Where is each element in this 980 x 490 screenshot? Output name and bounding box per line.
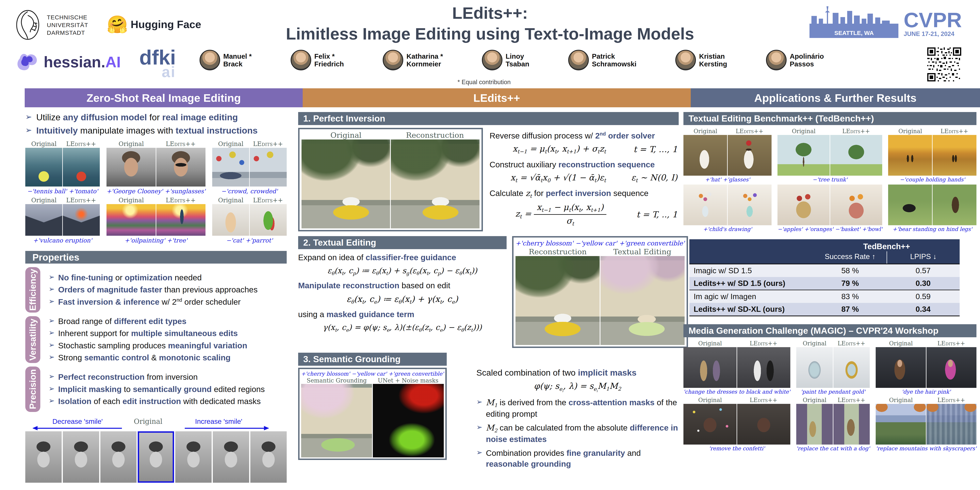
- edit-caption: +'child's drawing': [683, 226, 772, 232]
- face-photo-original: [138, 431, 174, 483]
- bullet-item: ➢Stochastic sampling produces meaningful…: [49, 340, 287, 351]
- author: PatrickSchramowski: [568, 50, 636, 70]
- author-last: Kersting: [699, 60, 727, 68]
- original-photo: [876, 347, 926, 388]
- bullet-text: Fast inversion & inference w/ 2nd order …: [58, 297, 241, 307]
- original-label: Original: [212, 197, 249, 204]
- reconstruction-photo: [515, 256, 600, 345]
- reconstruction-label: Reconstruction: [515, 247, 600, 256]
- bullet-text: No fine-tuning or optimization needed: [58, 272, 202, 283]
- example-pair: OriginalLEdits++ −'cat' +'parrot': [212, 197, 287, 246]
- edited-photo: [156, 148, 205, 186]
- section-2: 2. Textual Editing Expand on idea of cla…: [298, 236, 679, 348]
- original-photo: [888, 185, 932, 225]
- equation: εθ(xt, ce) ≔ εθ(xt) + γ(xt, ce): [298, 294, 507, 305]
- fraction-lhs: zt =: [515, 209, 531, 218]
- author-last: Tsaban: [506, 60, 529, 68]
- section-1-header: 1. Perfect Inversion: [298, 112, 679, 125]
- cvpr-location: SEATTLE, WA: [834, 30, 874, 37]
- bullet-item: ➢Isolation of each edit instruction with…: [49, 396, 287, 407]
- bullet-text: Inherent support for multiple simultaneo…: [58, 328, 238, 339]
- bullet-item: ➢M1 is derived from the cross-attention …: [476, 397, 679, 420]
- increase-smile-label: Increase 'smile': [166, 417, 271, 425]
- bullet-text: M2 can be calculated from the absolute d…: [486, 422, 678, 445]
- author: Katharina *Kornmeier: [383, 50, 443, 70]
- example-pair: OriginalLEdits++ 'replace mountains with…: [876, 397, 977, 453]
- edit-caption: −'crowd, crowded': [212, 188, 287, 195]
- bullet-item: ➢Fast inversion & inference w/ 2nd order…: [49, 297, 287, 307]
- text-line: Scaled combination of two implicit masks: [476, 367, 679, 379]
- seattle-skyline-icon: SEATTLE, WA: [810, 4, 899, 38]
- section-1-equations: Reverse diffusion process w/ 2nd order s…: [490, 128, 679, 231]
- edited-photo: [834, 404, 870, 445]
- original-photo: [302, 140, 390, 228]
- original-label: Original: [107, 140, 156, 147]
- band-ledits: LEdits++: [303, 88, 691, 107]
- ledits-label: LEdits++: [830, 128, 882, 135]
- method-cell: Ledits++ w/ SD-XL (ours): [689, 303, 814, 315]
- bullet-item: ➢Intuitively manipulate images with text…: [25, 125, 287, 137]
- hessian-blob-icon: [15, 51, 40, 73]
- table-header: TedBench++ Success Rate ↑ LPIPS ↓: [689, 239, 960, 264]
- original-photo: [888, 135, 932, 176]
- arrow-bullet-icon: ➢: [25, 111, 32, 123]
- author-name: Manuel *Brack: [223, 52, 252, 68]
- section-2-header: 2. Textual Editing: [298, 236, 507, 249]
- section-2-text: 2. Textual Editing Expand on idea of cla…: [298, 236, 507, 348]
- properties-header: Properties: [25, 251, 287, 264]
- arrow-bullet-icon: ➢: [49, 272, 54, 283]
- success-rate-cell: 58 %: [814, 264, 886, 277]
- edited-photo: [926, 404, 977, 445]
- arrow-bullet-icon: ➢: [49, 297, 54, 307]
- decrease-arrow-icon: [33, 428, 122, 429]
- avatar: [675, 50, 696, 70]
- hessian-ai-wordmark: hessian.AI: [44, 53, 121, 71]
- reconstruction-photo: [391, 140, 479, 228]
- equation-condition: t = T, .., 1: [631, 210, 677, 219]
- method-cell: Ledits++ w/ SD 1.5 (ours): [689, 277, 814, 290]
- smile-labels: Decrease 'smile' Original Increase 'smil…: [25, 417, 287, 425]
- edit-caption: 'paint the pendant gold': [796, 389, 870, 395]
- author-last: Schramowski: [592, 60, 636, 68]
- tedbench-header: Textual Editing Benchmark++ (TedBench++): [683, 112, 977, 125]
- avatar: [383, 50, 403, 70]
- tu-line-1: TECHNISCHE: [47, 13, 88, 21]
- original-photo: [683, 347, 737, 388]
- author-name: Felix *Friedrich: [314, 52, 344, 68]
- edited-photo: [926, 347, 977, 388]
- table-corner: [689, 243, 814, 247]
- arrow-bullet-icon: ➢: [476, 397, 482, 420]
- equation: εθ(xt, cp) ≔ εθ(xt) + sg(εθ(xt, cp) − εθ…: [298, 266, 507, 276]
- edit-caption: 'remove the confetti': [683, 445, 790, 452]
- original-photo: [683, 135, 727, 176]
- bullet-text: Isolation of each edit instruction with …: [58, 396, 261, 407]
- author: Manuel *Brack: [200, 50, 252, 70]
- author: Felix *Friedrich: [291, 50, 344, 70]
- original-photo: [25, 148, 62, 186]
- ledits-label: LEdits++: [932, 128, 977, 135]
- arrow-bullet-icon: ➢: [49, 316, 54, 326]
- edited-photo: [250, 204, 287, 236]
- face-photo: [100, 431, 137, 483]
- smile-strip: [25, 431, 287, 483]
- equation: xt = √ᾱtx0 + √(1 − ᾱt)εt: [491, 173, 626, 183]
- bullet-item: ➢Broad range of different edit types: [49, 316, 287, 326]
- equation-row: xt−1 = μt(xt, xt+1) + σtzt t = T, …, 1: [490, 144, 679, 154]
- versatility-tab: Versatility: [25, 316, 40, 363]
- section-3-header: 3. Semantic Grounding: [298, 353, 447, 366]
- original-label: Original: [683, 340, 737, 347]
- original-label: Original: [876, 340, 926, 347]
- bullet-item: ➢Strong semantic control & monotonic sca…: [49, 353, 287, 363]
- cvpr-logo: SEATTLE, WA CVPR JUNE 17-21, 2024: [810, 4, 962, 38]
- avatar: [482, 50, 503, 70]
- original-photo: [212, 148, 249, 186]
- bullet-text: Intuitively manipulate images with textu…: [37, 125, 258, 137]
- magic-header: Media Generation Challenge (MAGIC) – CVP…: [683, 324, 977, 337]
- bullet-item: ➢Combination provides fine granularity a…: [476, 448, 679, 470]
- bullet-text: Broad range of different edit types: [58, 316, 186, 326]
- original-photo: [876, 404, 926, 445]
- tu-line-3: DARMSTADT: [47, 29, 88, 37]
- ledits-label: LEdits++: [249, 197, 286, 204]
- textual-editing-label: Textual Editing: [600, 247, 685, 256]
- arrow-bullet-icon: ➢: [49, 353, 54, 363]
